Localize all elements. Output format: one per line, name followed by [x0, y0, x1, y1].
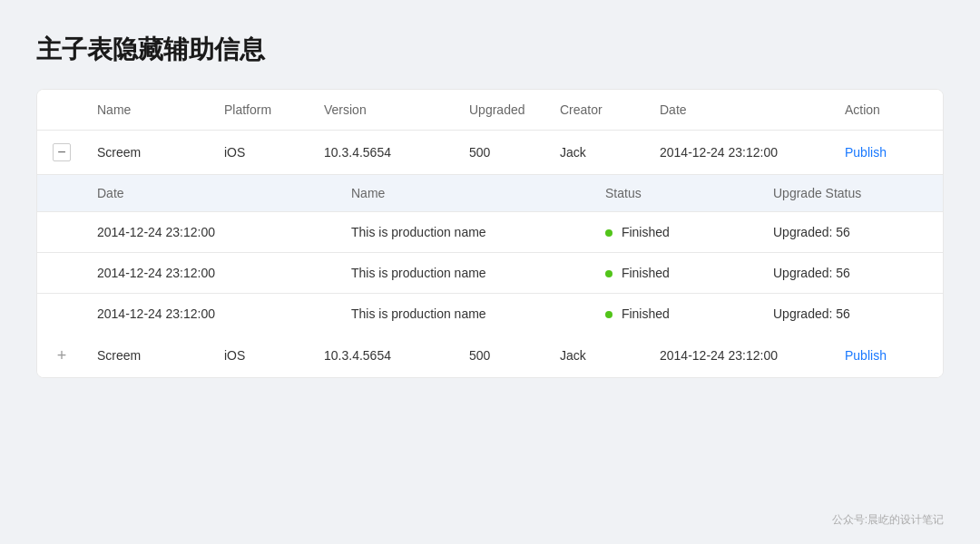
sub-row1-status: Finished — [594, 212, 762, 252]
col-head-date: Date — [649, 90, 834, 130]
row2-platform: iOS — [213, 335, 313, 375]
col-head-name: Name — [86, 90, 213, 130]
sub-row1-name: This is production name — [340, 212, 594, 252]
col-head-toggle — [37, 90, 86, 130]
col-head-version: Version — [313, 90, 458, 130]
row2-action-cell: Publish — [834, 335, 943, 375]
status-dot-icon — [605, 229, 612, 237]
sub-col-head-status: Status — [594, 175, 762, 211]
sub-table-row-3: 2014-12-24 23:12:00 This is production n… — [37, 294, 943, 334]
row1-upgraded: 500 — [458, 132, 549, 172]
col-head-action: Action — [834, 90, 943, 130]
col-head-upgraded: Upgraded — [458, 90, 549, 130]
sub-row2-status: Finished — [594, 253, 762, 293]
expand-button[interactable]: + — [53, 346, 71, 364]
sub-row3-status-text: Finished — [622, 306, 670, 321]
sub-row2-upgrade-status: Upgraded: 56 — [762, 253, 944, 293]
sub-row3-name: This is production name — [340, 294, 594, 334]
sub-row2-date: 2014-12-24 23:12:00 — [86, 253, 340, 293]
sub-row2-empty — [37, 260, 86, 286]
sub-row1-status-text: Finished — [622, 225, 670, 239]
row1-toggle-cell: − — [37, 131, 86, 174]
sub-col-head-name: Name — [340, 175, 594, 211]
row1-creator: Jack — [549, 132, 649, 172]
sub-table-header: Date Name Status Upgrade Status Action — [37, 175, 943, 212]
row1-date: 2014-12-24 23:12:00 — [649, 132, 834, 172]
row2-version: 10.3.4.5654 — [313, 335, 458, 375]
status-dot-icon — [605, 270, 612, 277]
sub-row2-name: This is production name — [340, 253, 594, 293]
main-table-row-2: + Screem iOS 10.3.4.5654 500 Jack 2014-1… — [37, 334, 943, 377]
sub-table-row-2: 2014-12-24 23:12:00 This is production n… — [37, 253, 943, 294]
sub-col-head-empty — [37, 175, 86, 211]
main-table-header: Name Platform Version Upgraded Creator D… — [37, 90, 943, 131]
row1-version: 10.3.4.5654 — [313, 132, 458, 172]
sub-table: Date Name Status Upgrade Status Action 2… — [37, 175, 943, 334]
row2-creator: Jack — [549, 335, 649, 375]
main-table: Name Platform Version Upgraded Creator D… — [36, 89, 944, 378]
main-table-row-1: − Screem iOS 10.3.4.5654 500 Jack 2014-1… — [37, 131, 943, 175]
row2-date: 2014-12-24 23:12:00 — [649, 335, 834, 375]
sub-row1-date: 2014-12-24 23:12:00 — [86, 212, 340, 252]
row1-name: Screem — [86, 132, 213, 172]
sub-col-head-upgrade-status: Upgrade Status — [762, 175, 944, 211]
sub-row3-empty — [37, 301, 86, 326]
col-head-creator: Creator — [549, 90, 649, 130]
status-dot-icon — [605, 311, 612, 318]
sub-row2-status-text: Finished — [622, 266, 670, 280]
page-title: 主子表隐藏辅助信息 — [0, 0, 980, 89]
collapse-button[interactable]: − — [53, 143, 71, 161]
sub-row3-status: Finished — [594, 294, 762, 334]
row1-action-cell: Publish — [834, 132, 943, 172]
row1-platform: iOS — [213, 132, 313, 172]
sub-col-head-date: Date — [86, 175, 340, 211]
col-head-platform: Platform — [213, 90, 313, 130]
row2-upgraded: 500 — [458, 335, 549, 375]
sub-row3-upgrade-status: Upgraded: 56 — [762, 294, 944, 334]
row2-name: Screem — [86, 335, 213, 375]
sub-row1-empty — [37, 219, 86, 245]
sub-row3-date: 2014-12-24 23:12:00 — [86, 294, 340, 334]
sub-table-row-1: 2014-12-24 23:12:00 This is production n… — [37, 212, 943, 253]
row2-publish-button[interactable]: Publish — [845, 348, 887, 363]
footer-note: 公众号:晨屹的设计笔记 — [832, 512, 944, 528]
sub-row1-upgrade-status: Upgraded: 56 — [762, 212, 944, 252]
row1-publish-button[interactable]: Publish — [845, 145, 887, 160]
row2-toggle-cell: + — [37, 334, 86, 377]
